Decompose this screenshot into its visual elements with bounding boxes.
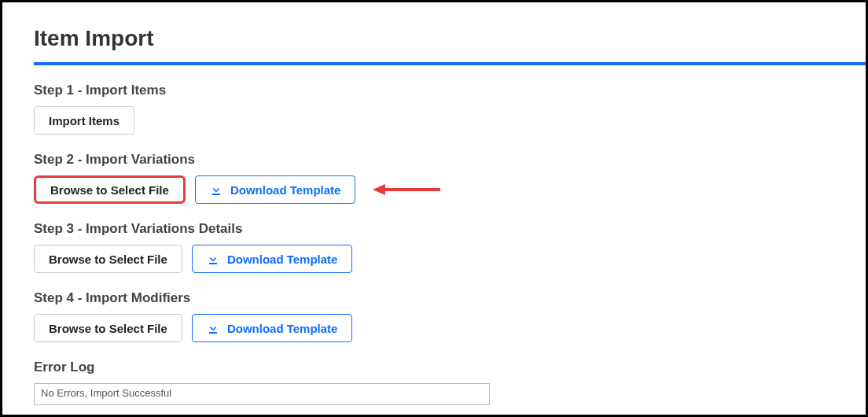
download-template-label: Download Template	[227, 253, 338, 266]
browse-file-button-step4[interactable]: Browse to Select File	[34, 314, 182, 342]
step-4-section: Step 4 - Import Modifiers Browse to Sele…	[34, 290, 834, 342]
download-icon	[207, 322, 219, 334]
svg-marker-2	[373, 184, 385, 195]
page-title: Item Import	[34, 26, 834, 51]
error-log-heading: Error Log	[34, 360, 834, 375]
step-2-section: Step 2 - Import Variations Browse to Sel…	[34, 152, 834, 204]
step-1-section: Step 1 - Import Items Import Items	[34, 83, 834, 135]
step-2-buttons: Browse to Select File Download Template	[34, 175, 834, 204]
browse-file-button-step2[interactable]: Browse to Select File	[34, 175, 186, 204]
download-template-button-step2[interactable]: Download Template	[195, 175, 356, 204]
download-template-label: Download Template	[227, 322, 338, 335]
error-log-box: No Errors, Import Successful	[34, 383, 490, 405]
download-template-button-step4[interactable]: Download Template	[192, 314, 353, 342]
step-4-heading: Step 4 - Import Modifiers	[34, 290, 834, 306]
step-3-heading: Step 3 - Import Variations Details	[34, 221, 834, 237]
svg-rect-0	[212, 194, 220, 195]
step-2-heading: Step 2 - Import Variations	[34, 152, 834, 168]
step-4-buttons: Browse to Select File Download Template	[34, 314, 834, 342]
download-icon	[210, 183, 223, 196]
step-1-buttons: Import Items	[34, 106, 834, 135]
step-3-buttons: Browse to Select File Download Template	[34, 245, 834, 273]
browse-file-button-step3[interactable]: Browse to Select File	[34, 245, 182, 273]
error-log-section: Error Log No Errors, Import Successful	[34, 360, 834, 405]
step-1-heading: Step 1 - Import Items	[34, 83, 834, 98]
import-items-button[interactable]: Import Items	[34, 106, 134, 135]
download-template-button-step3[interactable]: Download Template	[192, 245, 353, 273]
download-icon	[207, 253, 219, 265]
title-divider	[34, 62, 866, 65]
step-3-section: Step 3 - Import Variations Details Brows…	[34, 221, 834, 273]
download-template-label: Download Template	[230, 183, 341, 197]
annotation-arrow	[371, 182, 442, 197]
svg-rect-4	[209, 332, 217, 334]
svg-rect-3	[209, 263, 217, 264]
